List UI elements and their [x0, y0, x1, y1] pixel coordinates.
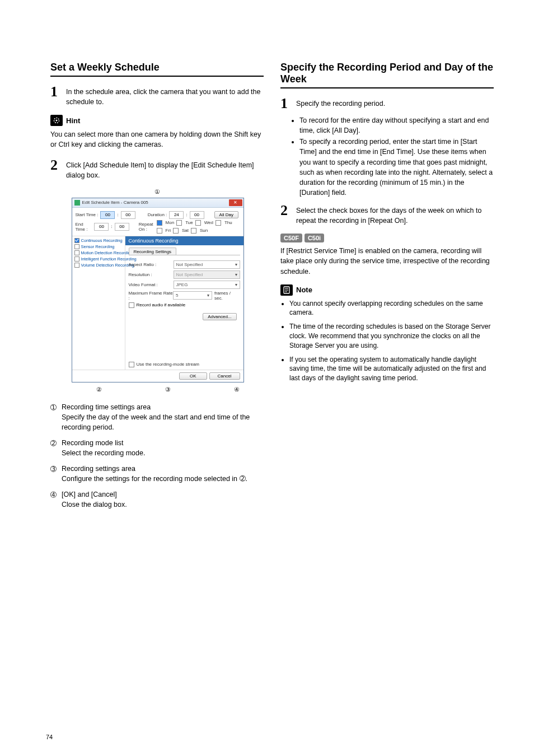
hint-body: You can select more than one camera by h… [50, 129, 264, 150]
app-icon [74, 200, 80, 206]
start-hh[interactable]: 00 [100, 211, 115, 219]
item1-title: Recording time settings area [62, 403, 264, 411]
aspect-ratio-label: Aspect Ratio : [129, 262, 174, 267]
step-number-r1: 1 [280, 97, 291, 110]
dialog-window: Edit Schedule Item - Camera 005 ✕ Start … [72, 198, 244, 382]
cb-fri[interactable] [157, 228, 162, 234]
bullet-period: To specify a recording period, enter the… [299, 137, 494, 198]
repeat-on-label: Repeat On : [139, 222, 154, 232]
duration-label: Duration : [148, 212, 167, 217]
rate-unit: frames / sec. [214, 291, 240, 301]
item2-title: Recording mode list [62, 439, 145, 447]
item1-desc: Specify the day of the week and the star… [62, 412, 264, 432]
video-format-field[interactable]: JPEG▾ [174, 281, 240, 289]
start-time-label: Start Time : [76, 212, 99, 217]
item3-num: ➂ [50, 465, 62, 484]
note1: You cannot specify overlapping recording… [289, 299, 494, 318]
cb-sat[interactable] [173, 228, 179, 234]
cb-mon[interactable] [157, 220, 162, 226]
note3: If you set the operating system to autom… [289, 355, 494, 383]
all-day-button[interactable]: All Day [214, 211, 238, 218]
cb-sun[interactable] [191, 228, 196, 234]
item3-title: Recording settings area [62, 465, 247, 473]
item1-num: ➀ [50, 403, 62, 432]
hint-label: Hint [66, 116, 80, 125]
note2: The time of the recording schedules is b… [289, 322, 494, 350]
r-step2-text: Select the check boxes for the days of t… [296, 204, 494, 226]
max-rate-label: Maximum Frame Rate : [129, 291, 174, 301]
svg-point-2 [56, 120, 58, 122]
dur-mm[interactable]: 00 [190, 211, 204, 219]
step2-text: Click [Add Schedule Item] to display the… [66, 159, 264, 180]
cb-use-stream[interactable] [129, 362, 134, 367]
cancel-button[interactable]: Cancel [209, 372, 240, 380]
cb-wed[interactable] [195, 220, 201, 226]
start-mm[interactable]: 00 [121, 211, 135, 219]
end-time-label: End Time : [76, 222, 90, 232]
note-label: Note [296, 286, 312, 294]
bullet-allday: To record for the entire day without spe… [299, 115, 494, 136]
step1-text: In the schedule area, click the camera t… [66, 86, 264, 107]
callout-2: ② [96, 386, 102, 393]
cb-tue[interactable] [176, 220, 182, 226]
step-number-2: 2 [50, 159, 60, 171]
r-step1-text: Specify the recording period. [296, 97, 385, 109]
callout-4: ④ [234, 386, 240, 393]
recording-mode-list[interactable]: Continuous Recording Sensor Recording Mo… [72, 236, 125, 370]
step-number-1: 1 [50, 86, 60, 98]
close-icon[interactable]: ✕ [229, 199, 242, 206]
resolution-field: Not Specified▾ [174, 270, 240, 279]
callout-1: ① [72, 188, 243, 195]
ok-button[interactable]: OK [179, 372, 207, 380]
tab-recording-settings[interactable]: Recording Settings [129, 248, 177, 255]
dur-hh[interactable]: 24 [169, 211, 184, 219]
item4-num: ➃ [50, 491, 62, 510]
item4-title: [OK] and [Cancel] [62, 491, 127, 498]
item3-desc: Configure the settings for the recording… [62, 474, 247, 484]
item2-desc: Select the recording mode. [62, 448, 145, 458]
badge-c50i: C50i [305, 234, 324, 242]
item4-desc: Close the dialog box. [62, 500, 127, 510]
max-rate-field[interactable]: 5▾ [173, 291, 212, 300]
badge-c50f: C50F [280, 234, 302, 242]
rule [50, 76, 264, 77]
use-stream-label: Use the recording-mode stream [137, 362, 200, 367]
end-hh[interactable]: 00 [94, 223, 109, 231]
cb-record-audio[interactable] [129, 302, 134, 308]
badge-body: If [Restrict Service Time] is enabled on… [280, 246, 494, 276]
blue-header: Continuous Recording [125, 236, 243, 245]
step-number-r2: 2 [280, 204, 291, 217]
aspect-ratio-field[interactable]: Not Specified▾ [174, 260, 240, 269]
record-audio-label: Record audio if available [137, 302, 186, 307]
resolution-label: Resolution : [129, 272, 174, 277]
item2-num: ➁ [50, 439, 62, 458]
dialog-title: Edit Schedule Item - Camera 005 [82, 200, 229, 205]
hint-icon [50, 115, 63, 126]
page-number: 74 [46, 734, 53, 740]
note-icon [280, 284, 293, 296]
rule [280, 87, 494, 88]
section-title-left: Set a Weekly Schedule [50, 62, 264, 73]
video-format-label: Video Format : [129, 282, 174, 287]
end-mm[interactable]: 00 [115, 223, 129, 231]
cb-thu[interactable] [216, 220, 221, 226]
advanced-button[interactable]: Advanced... [203, 313, 236, 320]
callout-3: ③ [165, 386, 171, 393]
section-title-right: Specify the Recording Period and Day of … [280, 62, 494, 85]
